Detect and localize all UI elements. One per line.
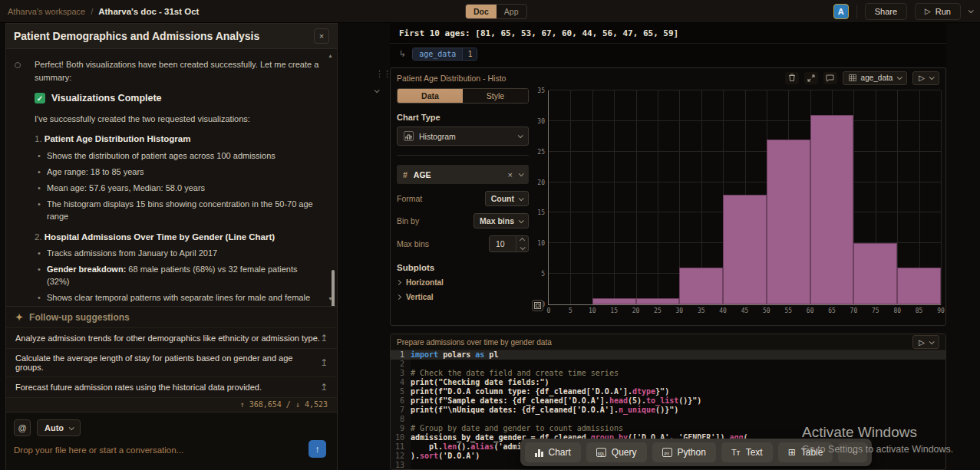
- breadcrumb-doc-name: Atharva's doc - 31st Oct: [98, 7, 199, 16]
- bullet-item: Gender breakdown: 68 male patients (68%)…: [36, 263, 320, 288]
- subplot-expander-label: Vertical: [406, 293, 434, 301]
- followup-suggestions-section: ✦ Follow-up suggestions Analyze admissio…: [6, 306, 337, 412]
- expand-cell-button[interactable]: [804, 72, 818, 84]
- toolbar-table-button[interactable]: ⊞Table: [778, 442, 833, 462]
- share-button[interactable]: Share: [865, 3, 907, 20]
- line-number: 9: [391, 424, 411, 433]
- gridline-vertical: [636, 90, 637, 304]
- doc-app-toggle: Doc App: [465, 4, 527, 19]
- return-arrow-icon: ↳: [399, 49, 406, 59]
- bullet-item: Mean age: 57.6 years, Median: 58.0 years: [36, 182, 320, 195]
- sparkle-icon: ✦: [15, 312, 23, 323]
- comment-button[interactable]: [823, 72, 837, 84]
- close-chat-button[interactable]: ×: [314, 28, 329, 44]
- cell-drag-handle-icon[interactable]: ⋮⋮: [375, 69, 391, 79]
- run-cell-button[interactable]: ▷: [912, 71, 939, 85]
- section-2-bullet-list: Tracks admissions from January to April …: [36, 247, 320, 306]
- followup-heading-row: ✦ Follow-up suggestions: [6, 307, 337, 327]
- followup-suggestion[interactable]: Analyze admission trends for other demog…: [6, 327, 337, 348]
- code-line: 3# Check the date field and create time …: [391, 369, 945, 378]
- toolbar-text-button[interactable]: TᴛText: [721, 442, 773, 462]
- toolbar-python-button[interactable]: PYPython: [652, 442, 716, 462]
- followup-suggestion[interactable]: Forecast future admission rates using th…: [6, 376, 337, 397]
- tab-data[interactable]: Data: [398, 89, 463, 103]
- bullet-item: Tracks admissions from January to April …: [36, 247, 320, 260]
- gridline-vertical: [614, 90, 615, 304]
- histogram-bar: [853, 243, 897, 304]
- stepper-up-icon[interactable]: [516, 236, 528, 244]
- toolbar-chart-button[interactable]: Chart: [525, 442, 581, 462]
- histogram-bar: [723, 195, 767, 304]
- toolbar-query-button[interactable]: SQLQuery: [586, 442, 647, 462]
- insert-suggestion-icon[interactable]: ↥: [320, 333, 328, 343]
- chart-source-dropdown[interactable]: age_data: [843, 71, 908, 85]
- breadcrumb-workspace[interactable]: Atharva's workspace: [8, 7, 85, 16]
- avatar[interactable]: A: [833, 4, 849, 19]
- maxbins-stepper[interactable]: 10: [489, 235, 529, 252]
- subplots-label: Subplots: [397, 263, 529, 272]
- insert-suggestion-icon[interactable]: ↥: [320, 357, 328, 368]
- followup-suggestion-text: Forecast future admission rates using th…: [15, 383, 262, 392]
- x-tick-label: 10: [589, 307, 596, 314]
- chat-input-area[interactable]: @ Auto Drop your file here or start a co…: [6, 412, 337, 470]
- play-icon: ▷: [925, 7, 931, 15]
- toolbar-button-label: Table: [801, 447, 823, 458]
- tab-style[interactable]: Style: [463, 89, 528, 103]
- x-tick-label: 70: [850, 307, 858, 314]
- chevron-down-icon: [519, 171, 524, 176]
- chart-cell: Patient Age Distribution - Histo age_dat…: [390, 67, 946, 326]
- followup-suggestion-text: Calculate the average length of stay for…: [15, 353, 320, 372]
- section-1-title: 1. Patient Age Distribution Histogram: [35, 133, 320, 146]
- stepper-down-icon[interactable]: [516, 244, 528, 251]
- toolbar-more-button[interactable]: ⋯: [838, 442, 867, 462]
- mode-doc-button[interactable]: Doc: [466, 5, 497, 18]
- breadcrumb-separator: /: [91, 7, 93, 16]
- output-variable-row: ↳ age_data 1: [390, 44, 946, 67]
- chat-input-placeholder[interactable]: Drop your file here or start a conversat…: [14, 445, 329, 455]
- line-number: 6: [391, 396, 411, 406]
- code-line: 7print(f"\nUnique dates: {df_cleaned['D.…: [391, 406, 945, 415]
- format-dropdown[interactable]: Count: [485, 191, 529, 206]
- x-tick-label: 90: [937, 307, 945, 314]
- subplot-expander-horizontal[interactable]: Horizontal: [397, 278, 529, 287]
- scroll-up-icon[interactable]: ▲: [328, 52, 333, 61]
- code-line: 5print(f"D.O.A column type: {df_cleaned[…: [391, 387, 945, 396]
- mode-app-button[interactable]: App: [497, 5, 526, 18]
- code-line-content: ).sort('D.O.A'): [411, 452, 480, 461]
- code-line: 8: [391, 415, 945, 424]
- age-field-chip[interactable]: # AGE ×: [397, 165, 529, 184]
- remove-field-icon[interactable]: ×: [508, 170, 513, 179]
- run-options-chevron-icon[interactable]: [968, 8, 974, 13]
- notebook-area: First 10 ages: [81, 65, 53, 67, 60, 44, …: [390, 23, 946, 470]
- more-icon: ⋯: [848, 447, 857, 458]
- code-line: 4print("Checking date fields:"): [391, 378, 945, 387]
- subplot-expanders: HorizontalVertical: [397, 278, 529, 301]
- run-code-cell-button[interactable]: ▷: [912, 335, 939, 349]
- binby-dropdown[interactable]: Max bins: [474, 213, 529, 228]
- subplot-expander-vertical[interactable]: Vertical: [397, 293, 529, 301]
- insert-suggestion-icon[interactable]: ↥: [320, 382, 328, 393]
- age-data-variable-chip[interactable]: age_data 1: [412, 48, 477, 61]
- maxbins-value[interactable]: 10: [490, 236, 516, 251]
- mention-button[interactable]: @: [14, 419, 31, 436]
- run-button[interactable]: ▷ Run: [915, 3, 961, 20]
- chevron-down-icon: [929, 339, 935, 344]
- line-number: 7: [391, 406, 411, 415]
- chart-type-dropdown[interactable]: Histogram: [397, 127, 529, 146]
- x-tick-label: 55: [784, 307, 792, 314]
- plot-expand-button[interactable]: [532, 300, 543, 311]
- chat-message-area[interactable]: Perfect! Both visualizations have been c…: [6, 49, 337, 306]
- chat-scrollbar[interactable]: [332, 270, 335, 306]
- followup-suggestion-text: Analyze admission trends for other demog…: [15, 334, 320, 343]
- collapse-cell-chevron-icon[interactable]: [375, 87, 380, 93]
- send-message-button[interactable]: ↑: [309, 440, 326, 458]
- config-divider: [397, 155, 529, 156]
- delete-cell-button[interactable]: [785, 72, 799, 84]
- bullet-item: The histogram displays 15 bins showing c…: [36, 198, 320, 223]
- model-selector[interactable]: Auto: [37, 419, 81, 436]
- code-line: 6print(f"Sample dates: {df_cleaned['D.O.…: [391, 396, 945, 406]
- token-usage-counter: ↑ 368,654 / ↓ 4,523: [6, 397, 337, 412]
- chevron-down-icon: [519, 218, 524, 223]
- followup-suggestion[interactable]: Calculate the average length of stay for…: [6, 348, 337, 376]
- line-number: 5: [391, 387, 411, 396]
